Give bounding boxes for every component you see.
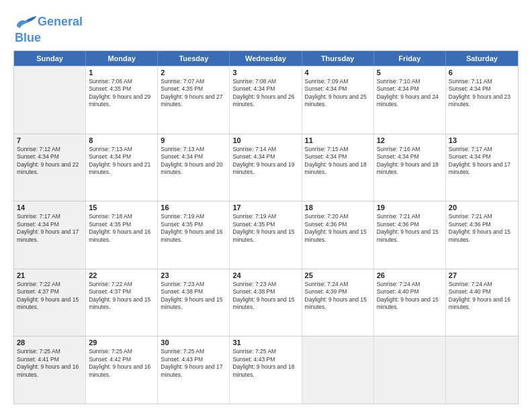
- cell-info: Sunrise: 7:25 AM Sunset: 4:41 PM Dayligh…: [17, 348, 83, 379]
- calendar-cell-day-22: 22Sunrise: 7:22 AM Sunset: 4:37 PM Dayli…: [86, 269, 158, 336]
- cell-info: Sunrise: 7:22 AM Sunset: 4:37 PM Dayligh…: [89, 281, 154, 312]
- cell-info: Sunrise: 7:08 AM Sunset: 4:34 PM Dayligh…: [232, 78, 298, 109]
- day-number: 15: [89, 203, 154, 212]
- day-number: 14: [17, 203, 83, 212]
- calendar-cell-day-16: 16Sunrise: 7:19 AM Sunset: 4:35 PM Dayli…: [158, 201, 230, 269]
- day-number: 20: [449, 203, 515, 212]
- cell-info: Sunrise: 7:23 AM Sunset: 4:38 PM Dayligh…: [161, 281, 226, 312]
- day-number: 21: [17, 271, 83, 279]
- cell-info: Sunrise: 7:15 AM Sunset: 4:34 PM Dayligh…: [305, 146, 371, 177]
- calendar-cell-day-25: 25Sunrise: 7:24 AM Sunset: 4:39 PM Dayli…: [302, 269, 374, 336]
- calendar-cell-day-5: 5Sunrise: 7:10 AM Sunset: 4:34 PM Daylig…: [374, 66, 446, 134]
- calendar-cell-day-23: 23Sunrise: 7:23 AM Sunset: 4:38 PM Dayli…: [158, 269, 230, 336]
- cell-info: Sunrise: 7:06 AM Sunset: 4:35 PM Dayligh…: [89, 78, 154, 109]
- day-number: 11: [305, 136, 371, 144]
- calendar-cell-day-7: 7Sunrise: 7:12 AM Sunset: 4:34 PM Daylig…: [14, 134, 86, 201]
- logo-blue-text: Blue: [15, 31, 41, 45]
- calendar-cell-day-14: 14Sunrise: 7:17 AM Sunset: 4:34 PM Dayli…: [14, 201, 86, 269]
- weekday-header-saturday: Saturday: [446, 51, 518, 66]
- calendar-cell-day-1: 1Sunrise: 7:06 AM Sunset: 4:35 PM Daylig…: [86, 66, 158, 134]
- calendar-cell-day-6: 6Sunrise: 7:11 AM Sunset: 4:34 PM Daylig…: [446, 66, 518, 134]
- day-number: 26: [377, 271, 443, 279]
- cell-info: Sunrise: 7:19 AM Sunset: 4:35 PM Dayligh…: [232, 213, 298, 244]
- calendar-cell-day-30: 30Sunrise: 7:25 AM Sunset: 4:43 PM Dayli…: [158, 336, 230, 404]
- day-number: 4: [305, 68, 371, 77]
- calendar-row-1: 7Sunrise: 7:12 AM Sunset: 4:34 PM Daylig…: [14, 134, 518, 201]
- cell-info: Sunrise: 7:25 AM Sunset: 4:43 PM Dayligh…: [161, 348, 226, 379]
- calendar-row-0: 1Sunrise: 7:06 AM Sunset: 4:35 PM Daylig…: [14, 66, 518, 134]
- cell-info: Sunrise: 7:18 AM Sunset: 4:35 PM Dayligh…: [89, 213, 154, 244]
- cell-info: Sunrise: 7:25 AM Sunset: 4:43 PM Dayligh…: [232, 348, 298, 379]
- day-number: 28: [17, 338, 83, 347]
- calendar: SundayMondayTuesdayWednesdayThursdayFrid…: [13, 50, 519, 404]
- cell-info: Sunrise: 7:24 AM Sunset: 4:40 PM Dayligh…: [449, 281, 515, 312]
- logo-general-text: General: [38, 15, 83, 29]
- calendar-cell-empty: [446, 336, 518, 404]
- day-number: 30: [161, 338, 226, 347]
- weekday-header-friday: Friday: [374, 51, 446, 66]
- cell-info: Sunrise: 7:14 AM Sunset: 4:34 PM Dayligh…: [232, 146, 298, 177]
- header: General Blue: [13, 12, 519, 45]
- calendar-cell-day-13: 13Sunrise: 7:17 AM Sunset: 4:34 PM Dayli…: [446, 134, 518, 201]
- weekday-header-thursday: Thursday: [302, 51, 374, 66]
- day-number: 2: [161, 68, 226, 77]
- day-number: 22: [89, 271, 154, 279]
- calendar-cell-day-12: 12Sunrise: 7:16 AM Sunset: 4:34 PM Dayli…: [374, 134, 446, 201]
- day-number: 6: [449, 68, 515, 77]
- day-number: 9: [161, 136, 226, 144]
- calendar-body: 1Sunrise: 7:06 AM Sunset: 4:35 PM Daylig…: [14, 66, 518, 404]
- cell-info: Sunrise: 7:07 AM Sunset: 4:35 PM Dayligh…: [161, 78, 226, 109]
- calendar-cell-day-10: 10Sunrise: 7:14 AM Sunset: 4:34 PM Dayli…: [230, 134, 302, 201]
- cell-info: Sunrise: 7:17 AM Sunset: 4:34 PM Dayligh…: [449, 146, 515, 177]
- cell-info: Sunrise: 7:13 AM Sunset: 4:34 PM Dayligh…: [161, 146, 226, 177]
- day-number: 25: [305, 271, 371, 279]
- cell-info: Sunrise: 7:11 AM Sunset: 4:34 PM Dayligh…: [449, 78, 515, 109]
- page: General Blue SundayMondayTuesdayWednesda…: [0, 0, 532, 411]
- calendar-cell-day-27: 27Sunrise: 7:24 AM Sunset: 4:40 PM Dayli…: [446, 269, 518, 336]
- weekday-header-wednesday: Wednesday: [230, 51, 302, 66]
- calendar-row-4: 28Sunrise: 7:25 AM Sunset: 4:41 PM Dayli…: [14, 336, 518, 404]
- day-number: 17: [232, 203, 298, 212]
- cell-info: Sunrise: 7:10 AM Sunset: 4:34 PM Dayligh…: [377, 78, 443, 109]
- cell-info: Sunrise: 7:13 AM Sunset: 4:34 PM Dayligh…: [89, 146, 154, 177]
- calendar-cell-day-4: 4Sunrise: 7:09 AM Sunset: 4:34 PM Daylig…: [302, 66, 374, 134]
- calendar-cell-day-18: 18Sunrise: 7:20 AM Sunset: 4:36 PM Dayli…: [302, 201, 374, 269]
- cell-info: Sunrise: 7:21 AM Sunset: 4:36 PM Dayligh…: [377, 213, 443, 244]
- cell-info: Sunrise: 7:09 AM Sunset: 4:34 PM Dayligh…: [305, 78, 371, 109]
- calendar-cell-day-2: 2Sunrise: 7:07 AM Sunset: 4:35 PM Daylig…: [158, 66, 230, 134]
- day-number: 8: [89, 136, 154, 144]
- calendar-cell-day-3: 3Sunrise: 7:08 AM Sunset: 4:34 PM Daylig…: [230, 66, 302, 134]
- cell-info: Sunrise: 7:21 AM Sunset: 4:36 PM Dayligh…: [449, 213, 515, 244]
- calendar-cell-empty: [374, 336, 446, 404]
- cell-info: Sunrise: 7:20 AM Sunset: 4:36 PM Dayligh…: [305, 213, 371, 244]
- cell-info: Sunrise: 7:25 AM Sunset: 4:42 PM Dayligh…: [89, 348, 154, 379]
- calendar-cell-day-31: 31Sunrise: 7:25 AM Sunset: 4:43 PM Dayli…: [230, 336, 302, 404]
- day-number: 19: [377, 203, 443, 212]
- cell-info: Sunrise: 7:24 AM Sunset: 4:39 PM Dayligh…: [305, 281, 371, 312]
- logo-bird-icon: [13, 12, 38, 31]
- weekday-header-tuesday: Tuesday: [158, 51, 230, 66]
- day-number: 5: [377, 68, 443, 77]
- calendar-cell-day-17: 17Sunrise: 7:19 AM Sunset: 4:35 PM Dayli…: [230, 201, 302, 269]
- day-number: 24: [232, 271, 298, 279]
- calendar-cell-day-20: 20Sunrise: 7:21 AM Sunset: 4:36 PM Dayli…: [446, 201, 518, 269]
- weekday-header-monday: Monday: [86, 51, 158, 66]
- day-number: 23: [161, 271, 226, 279]
- day-number: 10: [232, 136, 298, 144]
- day-number: 1: [89, 68, 154, 77]
- calendar-cell-day-29: 29Sunrise: 7:25 AM Sunset: 4:42 PM Dayli…: [86, 336, 158, 404]
- calendar-cell-day-28: 28Sunrise: 7:25 AM Sunset: 4:41 PM Dayli…: [14, 336, 86, 404]
- day-number: 27: [449, 271, 515, 279]
- cell-info: Sunrise: 7:24 AM Sunset: 4:40 PM Dayligh…: [377, 281, 443, 312]
- calendar-cell-empty: [302, 336, 374, 404]
- calendar-cell-day-11: 11Sunrise: 7:15 AM Sunset: 4:34 PM Dayli…: [302, 134, 374, 201]
- day-number: 3: [232, 68, 298, 77]
- day-number: 12: [377, 136, 443, 144]
- calendar-cell-day-19: 19Sunrise: 7:21 AM Sunset: 4:36 PM Dayli…: [374, 201, 446, 269]
- day-number: 31: [232, 338, 298, 347]
- cell-info: Sunrise: 7:16 AM Sunset: 4:34 PM Dayligh…: [377, 146, 443, 177]
- cell-info: Sunrise: 7:12 AM Sunset: 4:34 PM Dayligh…: [17, 146, 83, 177]
- weekday-header-sunday: Sunday: [14, 51, 86, 66]
- calendar-cell-day-15: 15Sunrise: 7:18 AM Sunset: 4:35 PM Dayli…: [86, 201, 158, 269]
- day-number: 7: [17, 136, 83, 144]
